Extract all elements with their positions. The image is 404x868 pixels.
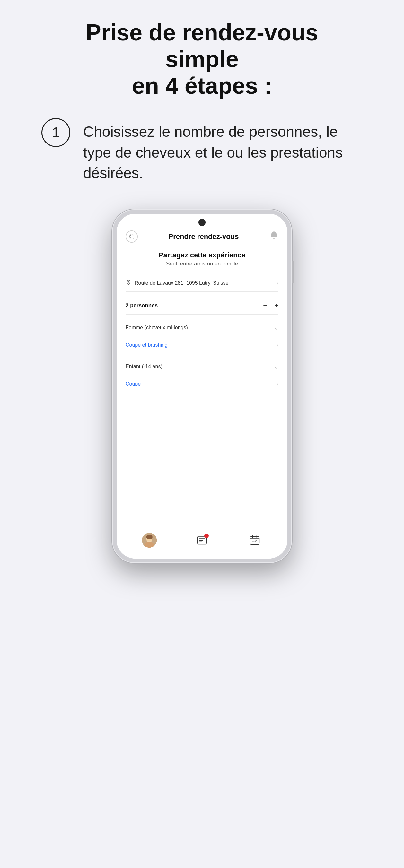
step-1-row: 1 Choisissez le nombre de personnes, le … [41, 118, 363, 183]
person2-service-chevron-icon: › [277, 381, 279, 388]
experience-title: Partagez cette expérience [125, 251, 279, 259]
person1-service-chevron-icon: › [277, 342, 279, 349]
location-text: Route de Lavaux 281, 1095 Lutry, Suisse [135, 280, 228, 286]
increase-persons-button[interactable]: + [274, 302, 279, 310]
screen-title: Prendre rendez-vous [169, 232, 239, 241]
svg-point-1 [128, 281, 129, 282]
persons-label: 2 personnes [125, 302, 158, 309]
person2-hair-label: Enfant (-14 ans) [125, 364, 163, 370]
experience-subtitle: Seul, entre amis ou en famille [125, 261, 279, 267]
camera-hole [199, 219, 205, 226]
decrease-persons-button[interactable]: − [263, 302, 267, 310]
svg-point-0 [129, 234, 134, 239]
location-chevron-icon: › [277, 280, 279, 287]
person1-service-label: Coupe et brushing [125, 342, 168, 348]
nav-calendar-button[interactable] [247, 533, 262, 548]
notification-bell-icon[interactable] [269, 231, 279, 242]
person2-service-row[interactable]: Coupe › [125, 376, 279, 392]
persons-controls: − + [263, 302, 279, 310]
nav-badge [204, 533, 209, 538]
person1-hair-label: Femme (cheveux mi-longs) [125, 325, 188, 331]
svg-point-6 [146, 535, 152, 539]
location-row[interactable]: Route de Lavaux 281, 1095 Lutry, Suisse … [125, 275, 279, 292]
back-button[interactable] [125, 230, 138, 243]
bottom-nav [117, 528, 287, 559]
person1-hair-chevron-icon: ⌄ [273, 324, 279, 331]
phone-wrapper: Prendre rendez-vous Partagez cette expér… [13, 209, 391, 563]
nav-services-button[interactable] [195, 533, 209, 548]
person2-service-label: Coupe [125, 381, 141, 387]
nav-profile-button[interactable] [142, 533, 157, 548]
person1-service-row[interactable]: Coupe et brushing › [125, 337, 279, 353]
location-pin-icon [125, 280, 131, 287]
person2-hair-chevron-icon: ⌄ [273, 363, 279, 370]
svg-rect-8 [250, 536, 259, 545]
person2-hair-row[interactable]: Enfant (-14 ans) ⌄ [125, 359, 279, 375]
step-1-text: Choisissez le nombre de personnes, le ty… [83, 118, 363, 183]
page-title: Prise de rendez-vous simple en 4 étapes … [57, 19, 347, 99]
app-content: Partagez cette expérience Seul, entre am… [117, 248, 287, 528]
persons-row: 2 personnes − + [125, 297, 279, 315]
phone-screen: Prendre rendez-vous Partagez cette expér… [117, 214, 287, 559]
location-info: Route de Lavaux 281, 1095 Lutry, Suisse [125, 280, 228, 287]
person1-hair-row[interactable]: Femme (cheveux mi-longs) ⌄ [125, 320, 279, 336]
step-1-circle: 1 [41, 118, 70, 147]
phone-mockup: Prendre rendez-vous Partagez cette expér… [112, 209, 292, 563]
